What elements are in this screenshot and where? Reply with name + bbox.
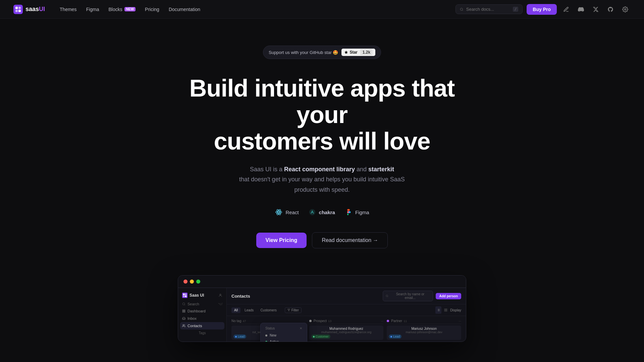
col-partner-menu[interactable]: ··· [459,319,462,323]
sidebar-search-label: Search [187,302,199,306]
sidebar-header: Saas UI [178,291,226,301]
table-row[interactable]: Muhammed Rodriguez muhammed_rodriguez524… [309,325,384,340]
read-documentation-button[interactable]: Read documentation → [312,232,388,248]
svg-rect-12 [347,209,350,211]
add-person-button[interactable]: Add person [436,293,461,299]
app-sidebar: Saas UI Search ⌥/ Dashboard [178,288,227,342]
dropdown-close[interactable]: ✕ [300,326,302,330]
sidebar-item-dashboard[interactable]: Dashboard [178,307,226,315]
sidebar-tags: Tags [178,329,226,337]
hero-subtitle: Saas UI is a React component library and… [228,164,416,195]
nav-pricing[interactable]: Pricing [141,5,163,14]
tag-dot [313,336,315,338]
svg-rect-24 [182,310,183,311]
app-table-area: No tag 47 Rut Werner rut_werner242@att.i… [227,316,466,342]
tech-badge-react: React [275,208,299,216]
hero-section: Support us with your GitHub star 🤩 Star … [0,19,644,362]
dropdown-title: Status ✕ [263,326,304,332]
github-banner[interactable]: Support us with your GitHub star 🤩 Star … [263,46,381,59]
dropdown-item-active[interactable]: Active [263,339,304,342]
filter-label: Filter [291,308,299,312]
github-star-label: Star [350,50,357,55]
column-partner: Partner 11 ··· Mariusz Johnson mariusz-j… [387,318,461,341]
sidebar-item-inbox[interactable]: Inbox [178,315,226,322]
github-banner-text: Support us with your GitHub star 🤩 [269,50,338,55]
svg-rect-1 [15,7,18,9]
dropdown-item-new[interactable]: New [263,332,304,339]
hero-title: Build intuitive apps that your customers… [171,75,473,155]
col-prospect-menu[interactable]: ··· [381,319,384,323]
new-status-dot [265,335,267,337]
sidebar-brand: Saas UI [182,293,204,298]
svg-point-28 [183,325,184,326]
tab-customers[interactable]: Customers [258,307,279,313]
row-tag: Lead [389,335,401,339]
nav-search-bar[interactable]: / [455,4,523,14]
app-main-search[interactable]: Search by name or email... [383,291,433,301]
sidebar-inbox-label: Inbox [187,316,197,320]
search-kbd: / [513,7,519,12]
svg-point-6 [625,8,626,10]
app-main-title: Contacts [231,294,250,299]
titlebar-dot-yellow [190,280,194,284]
svg-rect-19 [185,294,187,295]
row-name: Mariusz Johnson [389,327,459,330]
sidebar-search[interactable]: Search ⌥/ [178,301,226,307]
titlebar-dot-red [183,280,187,284]
twitter-icon[interactable] [590,4,601,15]
inbox-icon [182,317,185,320]
pencil-icon[interactable] [561,4,572,15]
list-view-icon[interactable] [435,306,441,314]
chakra-label: chakra [319,209,335,215]
svg-rect-39 [444,310,445,311]
nav-themes[interactable]: Themes [56,5,81,14]
col-prospect-count: 13 [328,319,331,323]
svg-rect-40 [446,310,447,311]
svg-point-7 [278,212,280,213]
sidebar-brand-label: Saas UI [190,293,204,298]
figma-label: Figma [355,209,369,215]
prospect-status-dot [309,320,312,322]
chakra-icon [308,208,316,216]
tech-badges: React chakra Fig [275,208,369,216]
subtitle-bold2: starterkit [368,166,394,173]
discord-icon[interactable] [576,4,586,15]
nav-links: Themes Figma Blocks NEW Pricing Document… [56,5,204,14]
nav-search-input[interactable] [466,7,510,12]
nav-figma[interactable]: Figma [82,5,103,14]
app-main: Contacts Search by name or email... Add … [227,288,466,342]
nav-documentation[interactable]: Documentation [165,5,204,14]
view-pricing-button[interactable]: View Pricing [256,233,307,248]
col-no-tag-count: 47 [243,319,246,323]
filter-button[interactable]: Filter [285,307,302,313]
col-prospect-label: Prospect [314,319,327,323]
svg-marker-30 [287,309,290,311]
app-main-search-placeholder: Search by name or email... [390,292,430,300]
github-icon[interactable] [605,4,616,15]
subtitle-prefix: Saas UI is a [250,166,284,173]
tab-all[interactable]: All [231,307,240,313]
grid-view-icon[interactable] [443,306,449,314]
table-row[interactable]: Mariusz Johnson mariusz-johnson@mac.dev … [387,325,461,340]
sidebar-dashboard-label: Dashboard [187,309,206,313]
svg-point-5 [461,8,463,10]
tab-leads[interactable]: Leads [242,307,256,313]
sidebar-search-icon [182,302,185,306]
subtitle-bold1: React component library [284,166,355,173]
sidebar-logo [182,293,187,298]
buy-pro-button[interactable]: Buy Pro [527,4,557,15]
github-star-button[interactable]: Star 1.2k [341,49,375,56]
display-label[interactable]: Display [450,308,461,312]
active-status-dot [265,341,267,342]
svg-rect-21 [185,296,187,297]
row-tag: Lead [233,335,246,339]
settings-icon[interactable] [620,4,631,15]
logo[interactable]: saasUI [13,5,45,14]
svg-point-16 [349,212,351,214]
app-preview: Saas UI Search ⌥/ Dashboard [178,275,466,342]
app-titlebar [178,276,466,288]
row-name: Muhammed Rodriguez [311,327,382,330]
sidebar-item-contacts[interactable]: Contacts [180,322,224,329]
nav-blocks[interactable]: Blocks NEW [105,5,140,14]
titlebar-dot-green [196,280,200,284]
